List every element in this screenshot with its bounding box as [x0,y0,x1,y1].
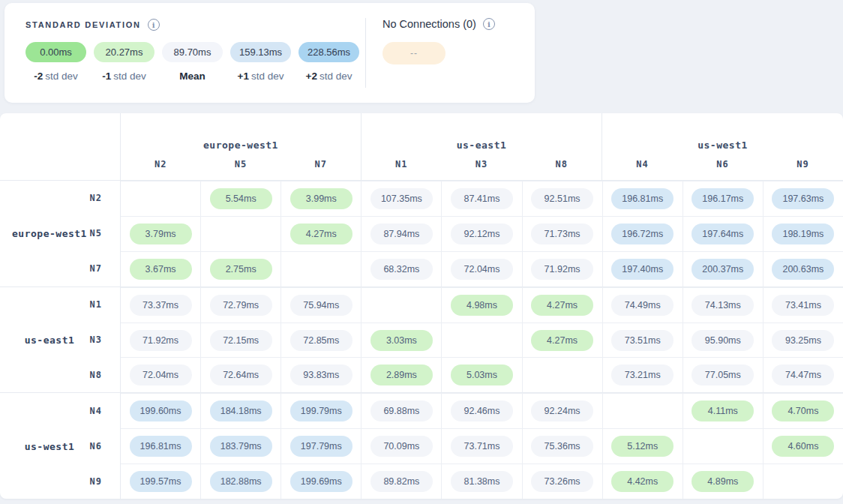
latency-pill[interactable]: 73.41ms [772,295,834,316]
latency-cell: 197.79ms [281,429,362,464]
info-icon[interactable] [148,19,160,31]
latency-pill[interactable]: 4.60ms [772,436,834,457]
latency-cell: 72.64ms [201,358,281,392]
latency-pill[interactable]: 92.12ms [451,224,513,244]
latency-cell: 2.89ms [362,358,442,392]
latency-pill[interactable]: 72.04ms [451,259,513,280]
legend-label-bold: +2 [306,70,317,82]
latency-pill[interactable]: 68.32ms [370,259,433,280]
matrix-corner-cell [0,113,121,180]
latency-pill[interactable]: 197.79ms [290,436,352,457]
latency-pill[interactable]: 95.90ms [692,330,754,351]
latency-pill[interactable]: 75.36ms [531,436,593,457]
latency-pill[interactable]: 74.47ms [772,364,834,386]
latency-pill[interactable]: 2.75ms [210,259,272,280]
latency-pill[interactable]: 5.03ms [451,364,513,386]
latency-pill[interactable]: 3.79ms [130,224,192,244]
latency-pill[interactable]: 198.19ms [772,224,834,244]
latency-cell: 73.37ms [121,288,201,322]
latency-pill[interactable]: 200.37ms [692,259,754,280]
latency-pill[interactable]: 199.79ms [290,400,352,422]
info-icon[interactable] [483,18,495,30]
latency-pill[interactable]: 70.09ms [370,436,433,457]
latency-pill[interactable]: 2.89ms [370,364,433,386]
latency-pill[interactable]: 74.13ms [692,295,754,316]
latency-pill[interactable]: 73.26ms [531,471,593,492]
latency-pill[interactable]: 199.69ms [290,471,352,492]
latency-pill[interactable]: 200.63ms [772,259,834,280]
latency-pill[interactable]: 73.21ms [611,364,674,386]
latency-pill[interactable]: 3.03ms [370,330,433,351]
row-cells: 199.57ms182.88ms199.69ms89.82ms81.38ms73… [121,464,843,499]
latency-cell: 77.05ms [683,358,764,392]
latency-pill[interactable]: 5.54ms [210,188,272,209]
no-connections-pill: -- [382,42,446,64]
latency-pill[interactable]: 183.79ms [210,436,272,457]
latency-pill[interactable]: 197.64ms [692,224,754,244]
latency-pill[interactable]: 73.37ms [130,295,192,316]
latency-pill[interactable]: 4.89ms [692,471,754,492]
latency-cell: 73.26ms [523,464,603,499]
latency-pill[interactable]: 4.42ms [611,471,674,492]
latency-cell: 72.15ms [201,323,281,358]
matrix-row-N1: N173.37ms72.79ms75.94ms4.98ms4.27ms74.49… [0,287,843,322]
latency-cell: 72.79ms [201,288,281,322]
latency-pill[interactable]: 199.57ms [130,471,192,492]
latency-pill[interactable]: 184.18ms [210,400,272,422]
latency-pill[interactable]: 72.79ms [210,295,272,316]
latency-pill[interactable]: 3.67ms [130,259,192,280]
latency-pill[interactable]: 199.60ms [130,400,192,422]
legend-label-rest: std dev [113,70,146,82]
latency-pill[interactable]: 73.51ms [611,330,674,351]
latency-pill[interactable]: 3.99ms [290,188,352,209]
latency-pill[interactable]: 4.98ms [451,295,513,316]
latency-pill[interactable]: 72.85ms [290,330,352,351]
latency-pill[interactable]: 92.24ms [531,400,593,422]
latency-pill[interactable]: 197.40ms [611,259,674,280]
latency-pill[interactable]: 77.05ms [692,364,754,386]
latency-pill[interactable]: 81.38ms [451,471,513,492]
latency-pill[interactable]: 92.51ms [531,188,593,209]
latency-pill[interactable]: 107.35ms [370,188,433,209]
latency-pill[interactable]: 75.94ms [290,295,352,316]
latency-pill[interactable]: 72.64ms [210,364,272,386]
latency-pill[interactable]: 71.92ms [130,330,192,351]
latency-pill[interactable]: 196.72ms [611,224,674,244]
latency-pill[interactable]: 5.12ms [611,436,674,457]
latency-pill[interactable]: 4.11ms [692,400,754,422]
std-deviation-title: STANDARD DEVIATION [26,20,141,29]
latency-pill[interactable]: 69.88ms [370,400,433,422]
latency-pill[interactable]: 72.04ms [130,364,192,386]
column-header-N3: N3 [442,156,522,180]
latency-pill[interactable]: 89.82ms [370,471,433,492]
latency-pill[interactable]: 196.81ms [611,188,674,209]
latency-pill[interactable]: 87.94ms [370,224,433,244]
latency-cell: 75.36ms [523,429,603,464]
latency-pill[interactable]: 93.83ms [290,364,352,386]
latency-cell: 4.60ms [764,429,843,464]
latency-pill[interactable]: 196.17ms [692,188,754,209]
latency-pill[interactable]: 73.71ms [451,436,513,457]
latency-pill[interactable]: 72.15ms [210,330,272,351]
latency-pill[interactable]: 74.49ms [611,295,674,316]
latency-pill[interactable]: 4.27ms [531,330,593,351]
latency-pill[interactable]: 196.81ms [130,436,192,457]
legend-pill-label-1: -1std dev [94,70,154,82]
latency-cell-self [201,217,281,251]
latency-pill[interactable]: 197.63ms [772,188,834,209]
latency-pill[interactable]: 4.27ms [290,224,352,244]
latency-pill[interactable]: 4.27ms [531,295,593,316]
row-header-N6: N6 [0,428,121,464]
latency-pill[interactable]: 93.25ms [772,330,834,351]
latency-pill[interactable]: 4.70ms [772,400,834,422]
row-cells: 72.04ms72.64ms93.83ms2.89ms5.03ms73.21ms… [121,357,843,392]
latency-pill[interactable]: 71.73ms [531,224,593,244]
latency-pill[interactable]: 92.46ms [451,400,513,422]
latency-cell: 72.04ms [121,358,201,392]
latency-pill[interactable]: 87.41ms [451,188,513,209]
latency-cell: 4.70ms [764,394,843,428]
latency-cell: 73.41ms [764,288,843,322]
latency-pill[interactable]: 182.88ms [210,471,272,492]
row-cells: 71.92ms72.15ms72.85ms3.03ms4.27ms73.51ms… [121,322,843,358]
latency-pill[interactable]: 71.92ms [531,259,593,280]
